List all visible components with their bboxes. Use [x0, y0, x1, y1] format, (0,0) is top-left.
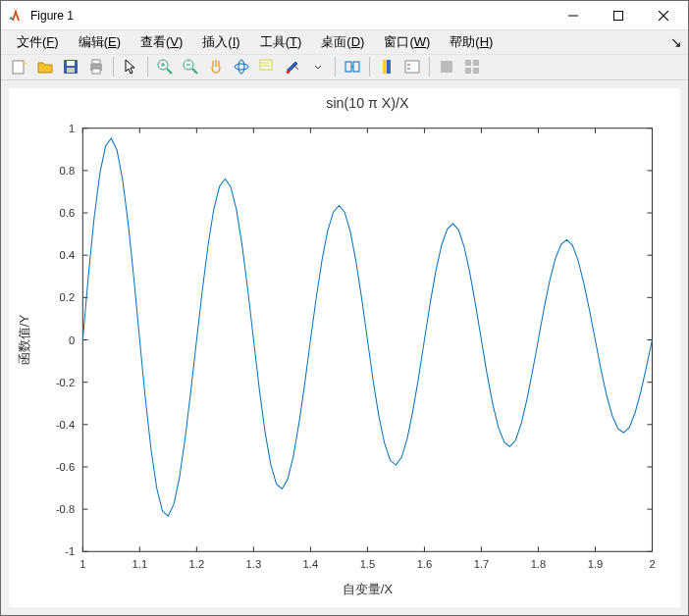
toolbar	[1, 54, 688, 80]
y-tick-label: -0.2	[56, 376, 75, 387]
data-line	[82, 138, 652, 516]
svg-rect-30	[405, 61, 419, 73]
y-tick-label: 0.4	[60, 249, 76, 261]
svg-rect-4	[13, 61, 24, 74]
menu-bar: 文件(F)编辑(E)查看(V)插入(I)工具(T)桌面(D)窗口(W)帮助(H)…	[1, 30, 688, 54]
svg-rect-26	[353, 62, 359, 72]
x-tick-label: 1.9	[588, 557, 604, 569]
menu-i[interactable]: 插入(I)	[192, 30, 249, 54]
svg-rect-28	[383, 60, 387, 74]
svg-rect-36	[465, 68, 471, 74]
minimize-button[interactable]	[551, 1, 596, 30]
dropdown-icon[interactable]	[306, 55, 330, 78]
y-tick-label: -0.4	[56, 419, 75, 431]
svg-line-13	[167, 69, 172, 74]
svg-marker-5	[24, 61, 26, 64]
zoom-out-icon[interactable]	[179, 55, 202, 78]
menu-h[interactable]: 帮助(H)	[440, 30, 503, 54]
y-tick-label: 0.2	[60, 291, 76, 303]
y-tick-label: 1	[69, 123, 75, 134]
x-tick-label: 1.2	[189, 557, 205, 569]
window-title: Figure 1	[30, 9, 551, 23]
y-tick-label: 0	[69, 334, 75, 345]
hide-plot-tools-icon[interactable]	[435, 55, 458, 78]
y-axis-label: 函数值/Y	[17, 314, 31, 365]
toolbar-separator	[429, 57, 430, 77]
x-tick-label: 1.3	[246, 557, 262, 569]
data-cursor-icon[interactable]	[255, 55, 279, 78]
svg-rect-10	[92, 60, 100, 64]
svg-point-19	[235, 64, 248, 70]
svg-rect-25	[345, 62, 351, 72]
y-tick-label: 0.8	[60, 165, 76, 177]
x-tick-label: 1	[80, 557, 85, 569]
x-axis-label: 自变量/X	[343, 582, 394, 596]
toolbar-separator	[369, 57, 370, 77]
menu-e[interactable]: 编辑(E)	[69, 30, 131, 54]
svg-rect-34	[465, 60, 471, 66]
y-tick-label: -0.8	[56, 503, 75, 515]
new-figure-icon[interactable]	[8, 55, 31, 78]
svg-rect-1	[614, 11, 623, 20]
matlab-icon	[7, 7, 25, 25]
close-button[interactable]	[641, 1, 686, 30]
figure-window: Figure 1 文件(F)编辑(E)查看(V)插入(I)工具(T)桌面(D)窗…	[0, 0, 689, 616]
toolbar-separator	[335, 57, 336, 77]
svg-rect-24	[287, 71, 290, 74]
svg-rect-35	[473, 60, 479, 66]
pointer-icon[interactable]	[119, 55, 142, 78]
menu-t[interactable]: 工具(T)	[250, 30, 312, 54]
toolbar-separator	[147, 57, 148, 77]
svg-rect-29	[387, 60, 391, 74]
svg-rect-21	[260, 60, 272, 70]
x-tick-label: 1.8	[531, 557, 547, 569]
show-plot-tools-icon[interactable]	[460, 55, 484, 78]
svg-point-20	[238, 60, 244, 74]
maximize-button[interactable]	[596, 1, 641, 30]
print-icon[interactable]	[84, 55, 108, 78]
title-bar: Figure 1	[1, 1, 688, 30]
svg-rect-7	[67, 61, 75, 66]
zoom-in-icon[interactable]	[153, 55, 177, 78]
y-tick-label: 0.6	[60, 207, 76, 219]
open-icon[interactable]	[33, 55, 57, 78]
brush-icon[interactable]	[281, 55, 304, 78]
x-tick-label: 1.7	[474, 557, 490, 569]
colorbar-icon[interactable]	[375, 55, 398, 78]
svg-rect-37	[473, 68, 479, 74]
x-tick-label: 1.5	[360, 557, 376, 569]
x-tick-label: 1.4	[303, 557, 319, 569]
y-tick-label: -1	[65, 545, 75, 557]
menu-v[interactable]: 查看(V)	[131, 30, 192, 54]
svg-line-17	[192, 69, 197, 74]
menu-d[interactable]: 桌面(D)	[311, 30, 374, 54]
figure-area: sin(10 π X)/X11.11.21.31.41.51.61.71.81.…	[1, 80, 688, 615]
rotate-3d-icon[interactable]	[230, 55, 253, 78]
chart-svg: sin(10 π X)/X11.11.21.31.41.51.61.71.81.…	[9, 88, 680, 607]
x-tick-label: 2	[649, 557, 655, 569]
menu-f[interactable]: 文件(F)	[7, 30, 69, 54]
x-tick-label: 1.6	[417, 557, 433, 569]
pan-icon[interactable]	[204, 55, 228, 78]
legend-icon[interactable]	[400, 55, 424, 78]
toolbar-separator	[113, 57, 114, 77]
y-tick-label: -0.6	[56, 461, 75, 473]
save-icon[interactable]	[59, 55, 82, 78]
link-icon[interactable]	[341, 55, 364, 78]
dock-icon[interactable]: ↘	[670, 34, 682, 50]
svg-rect-8	[67, 68, 75, 73]
menu-w[interactable]: 窗口(W)	[374, 30, 440, 54]
chart-title: sin(10 π X)/X	[326, 95, 409, 111]
x-tick-label: 1.1	[132, 557, 148, 569]
axes-container[interactable]: sin(10 π X)/X11.11.21.31.41.51.61.71.81.…	[9, 88, 680, 607]
svg-rect-11	[92, 69, 100, 74]
svg-rect-33	[441, 61, 452, 73]
